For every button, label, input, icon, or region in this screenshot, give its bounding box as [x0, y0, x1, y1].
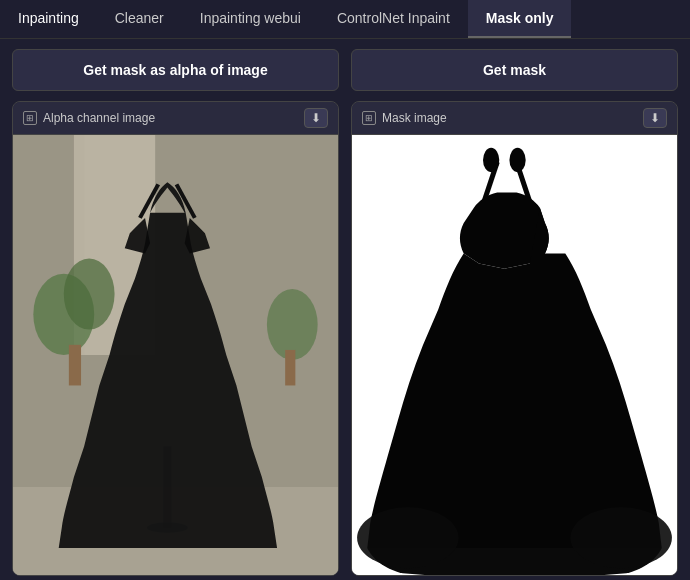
svg-point-4 — [64, 259, 115, 330]
tab-controlnet-inpaint[interactable]: ControlNet Inpaint — [319, 0, 468, 38]
mask-panel-icon: ⊞ — [362, 111, 376, 125]
svg-point-14 — [357, 507, 459, 568]
alpha-panel-label: Alpha channel image — [43, 111, 155, 125]
alpha-panel-icon: ⊞ — [23, 111, 37, 125]
mask-svg — [352, 135, 677, 575]
tab-mask-only[interactable]: Mask only — [468, 0, 572, 38]
tab-bar: Inpainting Cleaner Inpainting webui Cont… — [0, 0, 690, 39]
alpha-background-svg — [13, 135, 338, 575]
svg-rect-5 — [69, 345, 81, 386]
get-mask-button[interactable]: Get mask — [351, 49, 678, 91]
svg-point-15 — [570, 507, 672, 568]
svg-point-12 — [483, 148, 499, 172]
tab-inpainting[interactable]: Inpainting — [0, 0, 97, 38]
alpha-channel-panel: ⊞ Alpha channel image ⬇ — [12, 101, 339, 576]
svg-point-6 — [267, 289, 318, 360]
mask-panel-header-left: ⊞ Mask image — [362, 111, 447, 125]
mask-download-button[interactable]: ⬇ — [643, 108, 667, 128]
mask-panel-label: Mask image — [382, 111, 447, 125]
tab-cleaner[interactable]: Cleaner — [97, 0, 182, 38]
svg-rect-7 — [285, 350, 295, 386]
alpha-panel-header: ⊞ Alpha channel image ⬇ — [13, 102, 338, 135]
svg-point-13 — [509, 148, 525, 172]
mask-panel: ⊞ Mask image ⬇ — [351, 101, 678, 576]
mask-panel-image — [352, 135, 677, 575]
alpha-panel-header-left: ⊞ Alpha channel image — [23, 111, 155, 125]
action-button-row: Get mask as alpha of image Get mask — [0, 39, 690, 101]
alpha-download-button[interactable]: ⬇ — [304, 108, 328, 128]
tab-inpainting-webui[interactable]: Inpainting webui — [182, 0, 319, 38]
mask-panel-header: ⊞ Mask image ⬇ — [352, 102, 677, 135]
get-mask-alpha-button[interactable]: Get mask as alpha of image — [12, 49, 339, 91]
alpha-panel-image — [13, 135, 338, 575]
image-panels: ⊞ Alpha channel image ⬇ — [0, 101, 690, 580]
